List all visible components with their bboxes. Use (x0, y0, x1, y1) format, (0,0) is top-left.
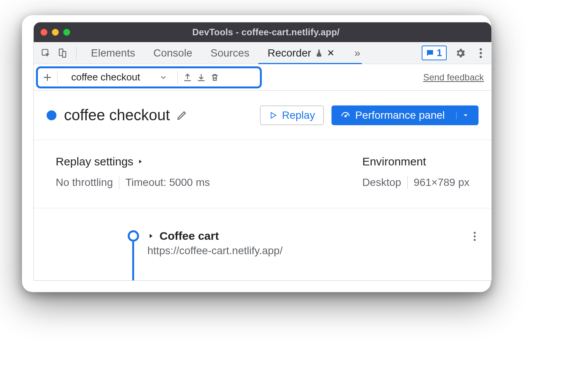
replay-settings-toggle[interactable]: Replay settings (56, 155, 210, 168)
step-kebab-menu[interactable] (473, 231, 476, 242)
performance-panel-dropdown[interactable] (456, 112, 469, 119)
messages-count: 1 (437, 47, 442, 59)
tab-recorder-label: Recorder (267, 47, 311, 59)
recording-settings: Replay settings No throttling Timeout: 5… (34, 140, 491, 208)
divider (57, 71, 58, 84)
replay-button[interactable]: Replay (260, 105, 324, 125)
environment-label: Environment (362, 155, 469, 168)
device-value: Desktop (362, 176, 401, 189)
svg-point-4 (480, 52, 482, 54)
edit-title-icon[interactable] (177, 110, 187, 121)
step-node-icon (128, 230, 139, 242)
expand-step-icon[interactable] (147, 233, 154, 239)
messages-button[interactable]: 1 (422, 46, 447, 60)
close-tab-icon[interactable]: ✕ (327, 48, 335, 58)
svg-point-5 (480, 56, 482, 58)
svg-point-3 (480, 48, 482, 50)
window-zoom-button[interactable] (63, 29, 70, 36)
replay-settings-label: Replay settings (56, 155, 133, 168)
window-title: DevTools - coffee-cart.netlify.app/ (70, 27, 462, 38)
step-title: Coffee cart (160, 230, 219, 242)
new-recording-button[interactable] (41, 71, 54, 84)
divider (177, 71, 178, 84)
device-toolbar-icon[interactable] (56, 46, 69, 60)
step-row[interactable]: Coffee cart (147, 230, 476, 242)
send-feedback-link[interactable]: Send feedback (423, 72, 484, 83)
settings-icon[interactable] (454, 46, 467, 60)
recording-status-dot (47, 110, 56, 120)
divider (76, 47, 77, 60)
kebab-menu-icon[interactable] (474, 46, 488, 60)
tab-elements[interactable]: Elements (83, 42, 143, 64)
titlebar: DevTools - coffee-cart.netlify.app/ (34, 22, 491, 42)
svg-point-7 (474, 232, 475, 234)
svg-point-6 (345, 115, 346, 116)
timeout-value: Timeout: 5000 ms (125, 176, 210, 189)
more-tabs-icon[interactable]: » (350, 46, 364, 60)
viewport-value: 961×789 px (414, 176, 469, 189)
window-close-button[interactable] (41, 29, 47, 36)
devtools-window: DevTools - coffee-cart.netlify.app/ Elem… (33, 22, 492, 281)
tab-recorder[interactable]: Recorder ✕ (260, 42, 342, 64)
export-icon[interactable] (181, 71, 194, 84)
divider (407, 176, 408, 189)
import-icon[interactable] (194, 71, 208, 84)
recording-steps: Coffee cart https://coffee-cart.netlify.… (34, 208, 491, 281)
recording-selector[interactable]: coffee checkout (64, 71, 174, 83)
chevron-down-icon (159, 73, 167, 82)
svg-rect-2 (63, 51, 66, 57)
svg-point-9 (474, 239, 475, 241)
devtools-tabs: Elements Console Sources Recorder ✕ » 1 (34, 42, 491, 64)
recording-selector-value: coffee checkout (71, 71, 140, 83)
performance-panel-label: Performance panel (355, 109, 445, 121)
tab-sources[interactable]: Sources (203, 42, 257, 64)
divider (119, 176, 119, 189)
svg-point-8 (474, 235, 475, 237)
delete-icon[interactable] (208, 71, 222, 84)
tab-console[interactable]: Console (146, 42, 200, 64)
performance-panel-button[interactable]: Performance panel (332, 105, 479, 125)
window-minimize-button[interactable] (52, 29, 59, 36)
step-connector (132, 242, 134, 281)
inspect-element-icon[interactable] (39, 46, 53, 60)
experiment-icon (315, 49, 323, 57)
throttling-value: No throttling (56, 176, 113, 189)
replay-button-label: Replay (282, 109, 315, 121)
step-url: https://coffee-cart.netlify.app/ (147, 245, 476, 257)
recording-title: coffee checkout (64, 107, 170, 124)
recording-header: coffee checkout Replay (34, 91, 491, 140)
recorder-toolbar: coffee checkout (34, 64, 491, 91)
